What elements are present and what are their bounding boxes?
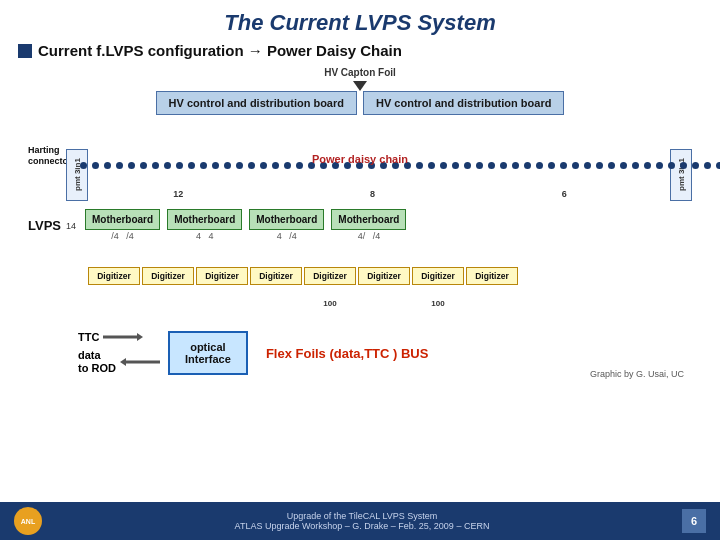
footer-text: Upgrade of the TileCAL LVPS System ATLAS… [42,511,682,531]
hundred-2 [142,299,194,308]
daisy-dot [248,162,255,169]
daisy-dot [692,162,699,169]
daisy-dot [464,162,471,169]
hundred-6 [358,299,410,308]
mb-slash-4: 4/ /4 [358,231,381,241]
mb-slash-1: /4 /4 [111,231,134,241]
daisy-dot [428,162,435,169]
daisy-dot [644,162,651,169]
hv-capton-label: HV Capton Foil [324,67,396,78]
dig-4: Digitizer [250,267,302,285]
daisy-dot [608,162,615,169]
daisy-dot [116,162,123,169]
dig-3: Digitizer [196,267,248,285]
ttc-data-col: TTC datato ROD [78,331,160,375]
daisy-dot [548,162,555,169]
ttc-arrow-svg [103,332,143,342]
argonne-logo: ANL [14,507,42,535]
daisy-dot [476,162,483,169]
footer-page: 6 [682,509,706,533]
daisy-dot [260,162,267,169]
subtitle-text: Current f.LVPS configuration → Power Dai… [38,42,402,59]
dig-5: Digitizer [304,267,356,285]
hundred-4 [250,299,302,308]
mb-box-3: Motherboard [249,209,324,230]
svg-marker-3 [120,358,126,366]
daisy-dot [104,162,111,169]
lvps-label: LVPS [28,218,61,233]
data-row: datato ROD [78,349,160,375]
hv-board-left: HV control and distribution board [156,91,357,115]
daisy-dot [92,162,99,169]
mb-box-4: Motherboard [331,209,406,230]
chain-num-12: 12 [173,189,183,199]
daisy-dot [296,162,303,169]
daisy-dot [176,162,183,169]
hv-boards-row: HV control and distribution board HV con… [28,91,692,115]
daisy-dot [500,162,507,169]
daisy-dot [152,162,159,169]
numbers-row: 12 8 6 [80,189,660,199]
ttc-row: TTC [78,331,160,343]
bullet-icon [18,44,32,58]
ttc-label: TTC [78,331,99,343]
dig-row: Digitizer Digitizer Digitizer Digitizer … [28,267,692,285]
daisy-dot [668,162,675,169]
daisy-dot [560,162,567,169]
daisy-dot [164,162,171,169]
hundred-3 [196,299,248,308]
dots-row [80,145,660,185]
daisy-dot [440,162,447,169]
daisy-dot [524,162,531,169]
hundred-8 [466,299,518,308]
daisy-dot [416,162,423,169]
footer-subtitle: ATLAS Upgrade Workshop – G. Drake – Feb.… [42,521,682,531]
dig-7: Digitizer [412,267,464,285]
mb-row: LVPS 14 Motherboard /4 /4 Motherboard 4 … [28,209,692,242]
daisy-dot [716,162,720,169]
optical-interface-box: opticalInterface [168,331,248,375]
pmt-block-right: pmt 3in1 [670,149,692,201]
daisy-dot [584,162,591,169]
footer: ANL Upgrade of the TileCAL LVPS System A… [0,502,720,540]
daisy-dot [212,162,219,169]
daisy-dot [632,162,639,169]
mb-group-1: Motherboard /4 /4 [85,209,160,242]
daisy-dot [488,162,495,169]
footer-title: Upgrade of the TileCAL LVPS System [42,511,682,521]
daisy-dot [128,162,135,169]
mb-group-3: Motherboard 4 /4 [249,209,324,242]
hundred-1 [88,299,140,308]
mb-slash-3: 4 /4 [277,231,297,241]
hv-board-right: HV control and distribution board [363,91,564,115]
data-arrow-svg [120,357,160,367]
mb-group-2: Motherboard 4 4 [167,209,242,242]
diagram-area: HV Capton Foil HV control and distributi… [18,67,702,427]
daisy-dot [80,162,87,169]
svg-marker-1 [137,333,143,341]
graphic-credit: Graphic by G. Usai, UC [590,369,684,379]
daisy-dot [512,162,519,169]
daisy-dot [680,162,687,169]
daisy-dot [200,162,207,169]
slide-title: The Current LVPS System [18,10,702,36]
daisy-dot [572,162,579,169]
hundred-5: 100 [304,299,356,308]
daisy-dot [452,162,459,169]
daisy-dot [272,162,279,169]
flex-bus-label: Flex Foils (data,TTC ) BUS [266,346,429,361]
daisy-dot [224,162,231,169]
slide-subtitle: Current f.LVPS configuration → Power Dai… [18,42,702,59]
slide: The Current LVPS System Current f.LVPS c… [0,0,720,540]
daisy-dot [284,162,291,169]
chain-num-8: 8 [370,189,375,199]
chain-num-6: 6 [562,189,567,199]
daisy-dot [536,162,543,169]
mb-group-4: Motherboard 4/ /4 [331,209,406,242]
daisy-dot [236,162,243,169]
daisy-dot [656,162,663,169]
dig-6: Digitizer [358,267,410,285]
daisy-dot [188,162,195,169]
dig-1: Digitizer [88,267,140,285]
hv-capton-arrow [353,81,367,91]
